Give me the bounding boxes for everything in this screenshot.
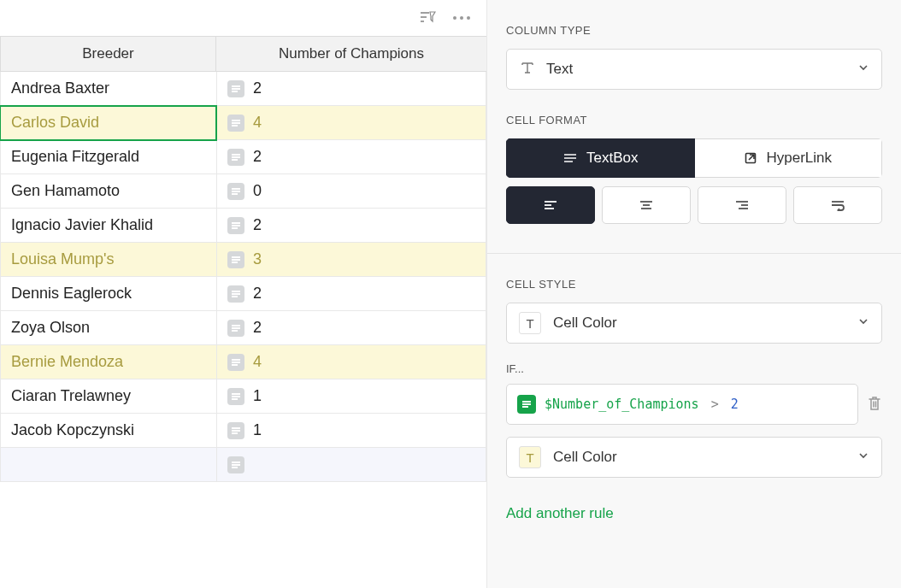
formula-variable: $Number_of_Champions: [545, 397, 699, 412]
cell-champions[interactable]: 2: [216, 311, 486, 345]
align-left-button[interactable]: [506, 186, 595, 224]
cell-champions[interactable]: 1: [216, 379, 486, 414]
cell-champions[interactable]: 2: [216, 277, 486, 311]
cell-champions[interactable]: 1: [216, 414, 486, 448]
table-row[interactable]: Carlos David4: [0, 106, 486, 140]
cell-breeder[interactable]: Ignacio Javier Khalid: [0, 209, 216, 243]
row-expand-icon[interactable]: [227, 422, 244, 439]
data-table: Breeder Number of Champions Andrea Baxte…: [0, 36, 486, 482]
row-expand-icon[interactable]: [227, 456, 244, 473]
champions-value: 2: [253, 79, 262, 97]
align-center-button[interactable]: [602, 186, 691, 224]
cell-breeder[interactable]: Andrea Baxter: [0, 72, 216, 106]
if-label: IF...: [506, 362, 882, 375]
rule-row: $Number_of_Champions > 2: [506, 384, 882, 425]
cell-breeder[interactable]: Carlos David: [0, 106, 216, 140]
format-hyperlink-label: HyperLink: [766, 150, 832, 167]
champions-value: 0: [253, 182, 262, 200]
right-panel: COLUMN TYPE Text CELL FORMAT TextBox Hyp…: [487, 0, 901, 588]
cell-champions[interactable]: 2: [216, 72, 486, 106]
rule-formula-input[interactable]: $Number_of_Champions > 2: [506, 384, 858, 425]
champions-value: 1: [253, 421, 262, 439]
default-cell-style-value: Cell Color: [553, 315, 617, 332]
cell-breeder[interactable]: Louisa Mump's: [0, 243, 216, 277]
row-expand-icon[interactable]: [227, 285, 244, 303]
cell-champions[interactable]: 4: [216, 106, 486, 140]
table-row[interactable]: Dennis Eaglerock2: [0, 277, 486, 311]
cell-champions[interactable]: 4: [216, 345, 486, 379]
cell-champions[interactable]: 3: [216, 243, 486, 277]
row-expand-icon[interactable]: [227, 115, 244, 132]
row-expand-icon[interactable]: [227, 80, 244, 97]
formula-operator: >: [708, 397, 722, 412]
row-expand-icon[interactable]: [227, 251, 244, 268]
style-swatch-default: T: [519, 312, 541, 334]
table-row-empty[interactable]: [0, 448, 486, 482]
champions-value: 2: [253, 216, 262, 234]
table-header: Breeder Number of Champions: [0, 37, 486, 72]
cell-champions[interactable]: 0: [216, 174, 486, 209]
cell-breeder[interactable]: Zoya Olson: [0, 311, 216, 345]
left-pane: Breeder Number of Champions Andrea Baxte…: [0, 0, 487, 588]
column-type-label: COLUMN TYPE: [506, 24, 882, 37]
row-expand-icon[interactable]: [227, 388, 244, 405]
table-row[interactable]: Ignacio Javier Khalid2: [0, 209, 486, 243]
table-row[interactable]: Louisa Mump's3: [0, 243, 486, 277]
row-expand-icon[interactable]: [227, 217, 244, 234]
align-wrap-button[interactable]: [793, 186, 882, 224]
cell-format-label: CELL FORMAT: [506, 114, 882, 126]
cell-breeder[interactable]: Jacob Kopczynski: [0, 414, 216, 448]
column-type-value: Text: [546, 61, 573, 78]
align-right-button[interactable]: [698, 186, 786, 224]
cell-breeder[interactable]: Ciaran Trelawney: [0, 379, 216, 414]
row-expand-icon[interactable]: [227, 149, 244, 166]
text-type-icon: [519, 59, 536, 80]
rule-cell-style-select[interactable]: T Cell Color: [506, 437, 882, 478]
default-cell-style-select[interactable]: T Cell Color: [506, 303, 882, 344]
chevron-down-icon: [857, 315, 869, 332]
champions-value: 2: [253, 285, 262, 303]
table-row[interactable]: Bernie Mendoza4: [0, 345, 486, 379]
cell-format-segmented: TextBox HyperLink: [506, 138, 882, 178]
delete-rule-button[interactable]: [867, 395, 882, 415]
format-textbox-button[interactable]: TextBox: [506, 138, 695, 178]
row-expand-icon[interactable]: [227, 320, 244, 337]
row-expand-icon[interactable]: [227, 183, 244, 200]
table-row[interactable]: Ciaran Trelawney1: [0, 379, 486, 414]
cell-champions[interactable]: 2: [216, 140, 486, 174]
alignment-row: [506, 186, 882, 224]
column-header-breeder[interactable]: Breeder: [0, 37, 216, 71]
champions-value: 3: [253, 250, 262, 268]
table-row[interactable]: Zoya Olson2: [0, 311, 486, 345]
column-type-select[interactable]: Text: [506, 49, 882, 90]
cell-breeder[interactable]: Dennis Eaglerock: [0, 277, 216, 311]
formula-icon: [517, 395, 536, 414]
cell-breeder[interactable]: Gen Hamamoto: [0, 174, 216, 209]
table-body: Andrea Baxter2Carlos David4Eugenia Fitzg…: [0, 72, 486, 482]
table-row[interactable]: Gen Hamamoto0: [0, 174, 486, 209]
chevron-down-icon: [857, 449, 869, 466]
add-rule-link[interactable]: Add another rule: [506, 505, 614, 522]
cell-breeder[interactable]: Bernie Mendoza: [0, 345, 216, 379]
champions-value: 4: [253, 353, 262, 371]
cell-champions[interactable]: 2: [216, 209, 486, 243]
champions-value: 2: [253, 319, 262, 337]
cell-champions[interactable]: [216, 448, 486, 482]
table-row[interactable]: Eugenia Fitzgerald2: [0, 140, 486, 174]
table-row[interactable]: Jacob Kopczynski1: [0, 414, 486, 448]
table-row[interactable]: Andrea Baxter2: [0, 72, 486, 106]
cell-breeder[interactable]: [0, 448, 216, 482]
formula-value: 2: [731, 397, 739, 412]
more-icon[interactable]: [452, 9, 471, 27]
chevron-down-icon: [857, 61, 869, 78]
cell-breeder[interactable]: Eugenia Fitzgerald: [0, 140, 216, 174]
style-swatch-highlight: T: [519, 446, 541, 468]
champions-value: 2: [253, 148, 262, 166]
format-textbox-label: TextBox: [586, 150, 638, 167]
champions-value: 4: [253, 114, 262, 132]
filter-sort-icon[interactable]: [418, 9, 437, 27]
format-hyperlink-button[interactable]: HyperLink: [695, 138, 883, 178]
column-header-champions[interactable]: Number of Champions: [216, 37, 486, 71]
rule-cell-style-value: Cell Color: [553, 449, 617, 466]
row-expand-icon[interactable]: [227, 354, 244, 371]
